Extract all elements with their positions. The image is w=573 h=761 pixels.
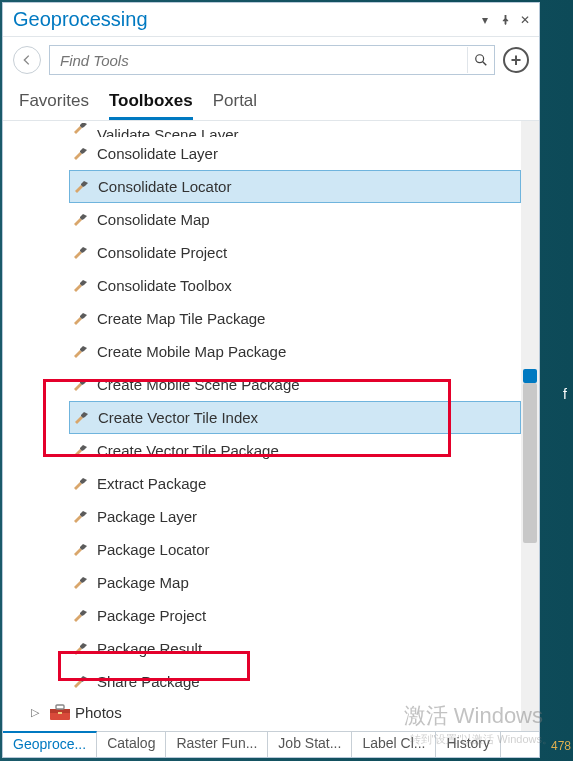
hammer-icon (71, 442, 89, 460)
tool-item[interactable]: Consolidate Locator (69, 170, 521, 203)
search-row: + (3, 37, 539, 83)
tool-label: Package Layer (97, 508, 197, 525)
tab-toolboxes[interactable]: Toolboxes (109, 87, 193, 120)
tool-label: Create Vector Tile Package (97, 442, 279, 459)
expander-icon[interactable]: ▷ (31, 706, 45, 719)
hammer-icon (71, 673, 89, 691)
add-button[interactable]: + (503, 47, 529, 73)
tab-strip: Favorites Toolboxes Portal (3, 83, 539, 120)
tool-label: Share Package (97, 673, 200, 690)
bottom-tab[interactable]: History (436, 732, 501, 757)
tool-label: Package Map (97, 574, 189, 591)
tool-item[interactable]: Package Layer (3, 500, 521, 533)
tab-favorites[interactable]: Favorites (19, 87, 89, 120)
menu-dropdown-icon[interactable]: ▾ (477, 12, 493, 28)
tool-item[interactable]: Extract Package (3, 467, 521, 500)
tool-item[interactable]: Create Vector Tile Index (69, 401, 521, 434)
tool-item[interactable]: Consolidate Layer (3, 137, 521, 170)
tool-label: Package Project (97, 607, 206, 624)
svg-line-1 (482, 62, 486, 66)
tool-label: Consolidate Toolbox (97, 277, 232, 294)
close-icon[interactable]: ✕ (517, 12, 533, 28)
svg-rect-4 (56, 705, 64, 709)
tab-portal[interactable]: Portal (213, 87, 257, 120)
tool-item[interactable]: Package Result (3, 632, 521, 665)
tool-item[interactable]: Package Locator (3, 533, 521, 566)
pin-icon[interactable] (497, 12, 513, 28)
toolbox-folder[interactable]: ▷Photos (3, 698, 521, 726)
hammer-icon (71, 508, 89, 526)
tool-label: Consolidate Map (97, 211, 210, 228)
search-wrap (49, 45, 495, 75)
hammer-icon (71, 145, 89, 163)
tool-item[interactable]: Package Project (3, 599, 521, 632)
tool-tree: Validate Scene LayerConsolidate LayerCon… (3, 120, 539, 731)
bottom-tab-geoprocessing[interactable]: Geoproce... (3, 731, 97, 757)
tool-item[interactable]: Consolidate Map (3, 203, 521, 236)
bottom-tab[interactable]: Raster Fun... (166, 732, 268, 757)
bottom-tab[interactable]: Catalog (97, 732, 166, 757)
tool-item[interactable]: Create Vector Tile Package (3, 434, 521, 467)
hammer-icon (72, 409, 90, 427)
tool-label: Create Mobile Map Package (97, 343, 286, 360)
hammer-icon (71, 277, 89, 295)
tool-label: Create Mobile Scene Package (97, 376, 300, 393)
hammer-icon (72, 178, 90, 196)
toolbox-icon (49, 703, 71, 721)
toolbox-folder[interactable]: ▷Projections and Transformations (3, 726, 521, 731)
tool-item[interactable]: Consolidate Toolbox (3, 269, 521, 302)
search-icon[interactable] (467, 47, 493, 73)
tool-label: Validate Scene Layer (97, 126, 238, 137)
tool-item-truncated[interactable]: Validate Scene Layer (3, 123, 521, 137)
geoprocessing-pane: Geoprocessing ▾ ✕ + Favorites Toolboxes … (2, 2, 540, 758)
hammer-icon (71, 211, 89, 229)
tool-label: Consolidate Project (97, 244, 227, 261)
hammer-icon (71, 376, 89, 394)
tool-label: Create Map Tile Package (97, 310, 265, 327)
background-number: 478 (551, 739, 571, 753)
hammer-icon (71, 244, 89, 262)
tool-label: Consolidate Layer (97, 145, 218, 162)
tool-label: Package Locator (97, 541, 210, 558)
background-letter: f (563, 386, 567, 402)
svg-point-0 (475, 55, 483, 63)
tool-label: Package Result (97, 640, 202, 657)
bottom-tab-strip: Geoproce...CatalogRaster Fun...Job Stat.… (3, 731, 539, 757)
scrollbar[interactable] (521, 121, 539, 731)
svg-rect-5 (58, 712, 62, 714)
hammer-icon (71, 123, 89, 137)
pane-title: Geoprocessing (13, 8, 477, 31)
tool-label: Extract Package (97, 475, 206, 492)
tool-label: Create Vector Tile Index (98, 409, 258, 426)
hammer-icon (71, 574, 89, 592)
tool-item[interactable]: Share Package (3, 665, 521, 698)
tool-item[interactable]: Create Mobile Scene Package (3, 368, 521, 401)
hammer-icon (71, 607, 89, 625)
folder-label: Photos (75, 704, 122, 721)
hammer-icon (71, 343, 89, 361)
back-button[interactable] (13, 46, 41, 74)
hammer-icon (71, 310, 89, 328)
tool-label: Consolidate Locator (98, 178, 231, 195)
tool-item[interactable]: Create Map Tile Package (3, 302, 521, 335)
bottom-tab[interactable]: Label Cl... (352, 732, 436, 757)
bottom-tab[interactable]: Job Stat... (268, 732, 352, 757)
titlebar: Geoprocessing ▾ ✕ (3, 3, 539, 37)
search-input[interactable] (49, 45, 495, 75)
hammer-icon (71, 541, 89, 559)
tool-item[interactable]: Consolidate Project (3, 236, 521, 269)
hammer-icon (71, 640, 89, 658)
tool-item[interactable]: Create Mobile Map Package (3, 335, 521, 368)
hammer-icon (71, 475, 89, 493)
tool-item[interactable]: Package Map (3, 566, 521, 599)
